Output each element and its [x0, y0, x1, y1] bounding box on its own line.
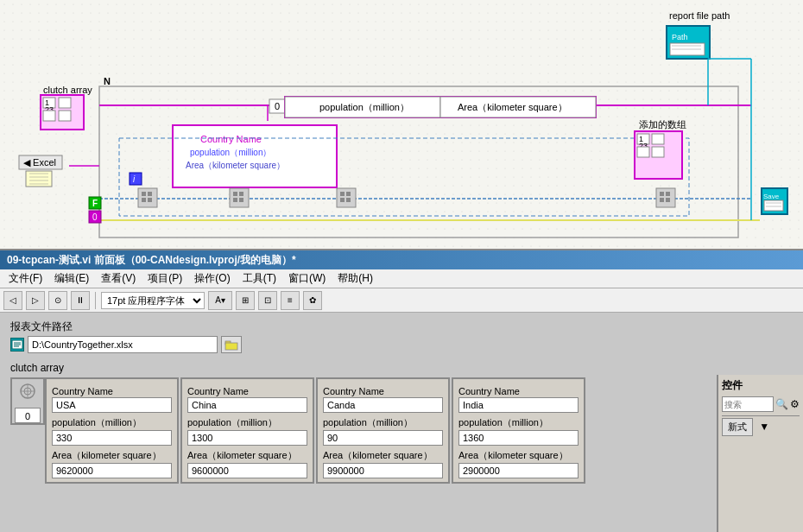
svg-rect-16	[59, 111, 71, 121]
svg-rect-57	[239, 198, 243, 202]
svg-text:Area（kilometer square）: Area（kilometer square）	[458, 102, 567, 112]
pause-btn[interactable]: ⏸	[71, 291, 90, 310]
toolbar-btn-a[interactable]: A▾	[208, 291, 232, 310]
menu-view[interactable]: 查看(V)	[96, 269, 141, 288]
svg-rect-15	[43, 111, 55, 121]
country-name-input-2[interactable]	[323, 397, 443, 413]
country-card-0: Country Name population（million） Area（ki…	[45, 377, 179, 484]
svg-rect-62	[666, 198, 670, 202]
search-icon: 🔍	[775, 398, 788, 410]
controls-search: 🔍 ⚙	[722, 396, 800, 412]
svg-rect-78	[637, 147, 649, 157]
clutch-array-label: clutch array	[10, 362, 708, 374]
svg-text:N: N	[104, 76, 111, 86]
toolbar-btn-d[interactable]: ≡	[281, 291, 300, 310]
svg-text:添加的数组: 添加的数组	[639, 119, 686, 130]
block-diagram: N clutch array 1 23 ◀ Excel ◀ Excel F	[0, 0, 803, 250]
svg-rect-46	[142, 198, 146, 202]
svg-rect-14	[59, 98, 71, 108]
menu-help[interactable]: 帮助(H)	[332, 269, 378, 288]
pop-input-2[interactable]	[323, 430, 443, 446]
pop-label-1: population（million）	[187, 416, 307, 429]
svg-rect-50	[346, 192, 351, 196]
file-path-icon	[10, 338, 24, 352]
svg-rect-29	[130, 173, 142, 185]
pop-input-3[interactable]	[458, 430, 579, 446]
toolbar-btn-e[interactable]: ✿	[303, 291, 322, 310]
file-browse-btn[interactable]	[221, 336, 242, 353]
country-name-label-1: Country Name	[187, 386, 307, 396]
svg-text:report file path: report file path	[669, 10, 730, 21]
svg-rect-20	[26, 171, 52, 187]
svg-text:◀ Excel: ◀ Excel	[23, 157, 56, 168]
area-label-1: Area（kilometer square）	[187, 449, 307, 462]
front-panel: 09-tcpcan-测试.vi 前面板（00-CANdesign.lvproj/…	[0, 250, 803, 532]
svg-text:F: F	[92, 199, 98, 208]
controls-search-input[interactable]	[722, 396, 774, 412]
country-card-2: Country Name population（million） Area（ki…	[316, 377, 450, 484]
window-title: 09-tcpcan-测试.vi 前面板（00-CANdesign.lvproj/…	[7, 253, 296, 268]
svg-rect-55	[239, 192, 243, 196]
pop-input-0[interactable]	[52, 430, 172, 446]
array-index-value[interactable]: 0	[15, 408, 41, 423]
file-path-input[interactable]	[28, 336, 218, 353]
svg-rect-49	[340, 192, 345, 196]
country-name-label-0: Country Name	[52, 386, 172, 396]
country-name-input-0[interactable]	[52, 397, 172, 413]
svg-text:0: 0	[275, 101, 280, 111]
svg-rect-56	[233, 198, 237, 202]
svg-rect-61	[660, 198, 664, 202]
controls-title: 控件	[722, 378, 800, 393]
area-label-3: Area（kilometer square）	[458, 449, 579, 462]
svg-text:population（million）: population（million）	[319, 102, 409, 112]
pop-input-1[interactable]	[187, 430, 307, 446]
toolbar: ◁ ▷ ⊙ ⏸ 17pt 应用程序字体 A▾ ⊞ ⊡ ≡ ✿	[0, 288, 803, 313]
back-btn[interactable]: ◁	[3, 291, 22, 310]
settings-icon: ⚙	[790, 398, 800, 410]
svg-rect-79	[652, 147, 664, 157]
area-input-3[interactable]	[458, 463, 579, 478]
fp-content: 报表文件路径 clutch array	[0, 313, 803, 532]
svg-rect-90	[225, 343, 237, 350]
country-name-input-1[interactable]	[187, 397, 307, 413]
country-name-input-3[interactable]	[458, 397, 579, 413]
run-btn[interactable]: ⊙	[48, 291, 67, 310]
controls-panel: 控件 🔍 ⚙ 新式 ▼	[717, 375, 803, 532]
array-container: 0 Country Name population（million） Area（…	[10, 377, 708, 484]
forward-btn[interactable]: ▷	[26, 291, 45, 310]
area-input-2[interactable]	[323, 463, 443, 478]
country-card-3: Country Name population（million） Area（ki…	[452, 377, 585, 484]
new-style-btn[interactable]: 新式	[722, 418, 753, 436]
file-path-container	[10, 336, 708, 353]
array-icon	[17, 383, 38, 408]
menu-edit[interactable]: 编辑(E)	[49, 269, 94, 288]
svg-rect-77	[652, 134, 664, 144]
pop-label-3: population（million）	[458, 416, 579, 429]
area-input-1[interactable]	[187, 463, 307, 478]
arrow-down-icon: ▼	[759, 421, 769, 433]
menu-project[interactable]: 项目(P)	[142, 269, 187, 288]
array-items: Country Name population（million） Area（ki…	[45, 377, 585, 484]
window-titlebar: 09-tcpcan-测试.vi 前面板（00-CANdesign.lvproj/…	[0, 250, 803, 269]
pop-label-0: population（million）	[52, 416, 172, 429]
svg-rect-59	[660, 192, 664, 196]
svg-text:Area（kilometer square）: Area（kilometer square）	[186, 161, 285, 170]
svg-text:clutch array: clutch array	[43, 85, 92, 95]
svg-rect-51	[340, 198, 345, 202]
svg-text:Country Name: Country Name	[200, 134, 262, 144]
svg-rect-47	[148, 198, 152, 202]
font-selector[interactable]: 17pt 应用程序字体	[101, 292, 205, 309]
svg-rect-44	[142, 192, 146, 196]
menu-file[interactable]: 文件(F)	[3, 269, 47, 288]
area-label-2: Area（kilometer square）	[323, 449, 443, 462]
menu-operate[interactable]: 操作(O)	[189, 269, 235, 288]
area-input-0[interactable]	[52, 463, 172, 478]
svg-rect-60	[666, 192, 670, 196]
svg-rect-82	[764, 200, 783, 211]
menu-tools[interactable]: 工具(T)	[237, 269, 281, 288]
menu-window[interactable]: 窗口(W)	[283, 269, 331, 288]
report-section-label: 报表文件路径	[10, 320, 708, 334]
toolbar-btn-c[interactable]: ⊡	[258, 291, 277, 310]
country-card-1: Country Name population（million） Area（ki…	[180, 377, 314, 484]
toolbar-btn-b[interactable]: ⊞	[236, 291, 255, 310]
